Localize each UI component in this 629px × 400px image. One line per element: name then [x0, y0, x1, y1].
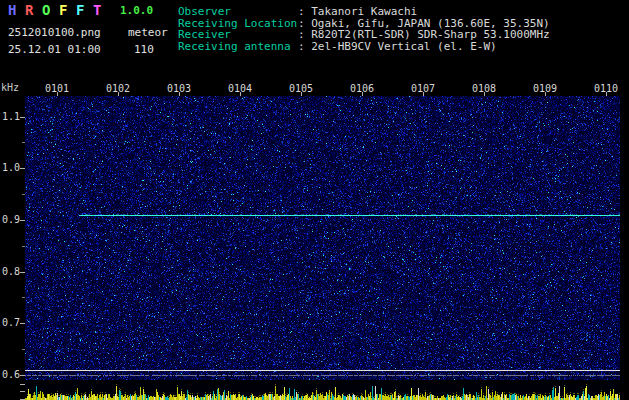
y-tick-label: 1.1: [0, 111, 20, 122]
x-tick-label: 0105: [285, 83, 317, 94]
y-axis-unit: kHz: [1, 82, 19, 93]
x-tick-label: 0101: [41, 83, 73, 94]
y-tick-label: 0.6: [0, 369, 20, 380]
timestamp: 25.12.01 01:00: [8, 43, 101, 56]
x-tick-label: 0106: [346, 83, 378, 94]
hrofft-spectrogram-window: HROFFT1.0.0 2512010100.png meteor 25.12.…: [0, 0, 629, 400]
info-value: : 2el-HB9CV Vertical (el. E-W): [298, 40, 497, 53]
title-letter: R: [25, 2, 42, 18]
y-tick-label: 0.7: [0, 317, 20, 328]
x-tick-label: 0110: [590, 83, 622, 94]
x-tick-label: 0108: [468, 83, 500, 94]
info-label: Receiver: [178, 29, 298, 41]
x-tick-label: 0103: [163, 83, 195, 94]
title-letter: F: [59, 2, 76, 18]
x-tick-label: 0102: [102, 83, 134, 94]
x-tick-label: 0109: [529, 83, 561, 94]
x-tick-label: 0104: [224, 83, 256, 94]
y-tick-label: 1.0: [0, 162, 20, 173]
app-version: 1.0.0: [120, 4, 153, 17]
title-letter: T: [93, 2, 110, 18]
y-tick-label: 0.8: [0, 266, 20, 277]
title-letter: O: [42, 2, 59, 18]
app-title-letters: HROFFT: [8, 2, 110, 18]
x-tick-label: 0107: [407, 83, 439, 94]
title-letter: H: [8, 2, 25, 18]
signal-level-strip-canvas: [25, 384, 620, 400]
count-value: 110: [134, 43, 154, 56]
info-line: Receiving antenna: 2el-HB9CV Vertical (e…: [178, 41, 550, 53]
title-letter: F: [76, 2, 93, 18]
output-filename: 2512010100.png: [8, 26, 101, 39]
mode-label: meteor: [128, 26, 168, 39]
app-title: HROFFT1.0.0: [8, 2, 153, 18]
info-label: Receiving antenna: [178, 41, 298, 53]
y-tick-label: 0.9: [0, 214, 20, 225]
station-info: Observer: Takanori KawachiReceiving Loca…: [178, 6, 550, 52]
info-label: Observer: [178, 6, 298, 18]
spectrogram-canvas: [25, 96, 620, 380]
